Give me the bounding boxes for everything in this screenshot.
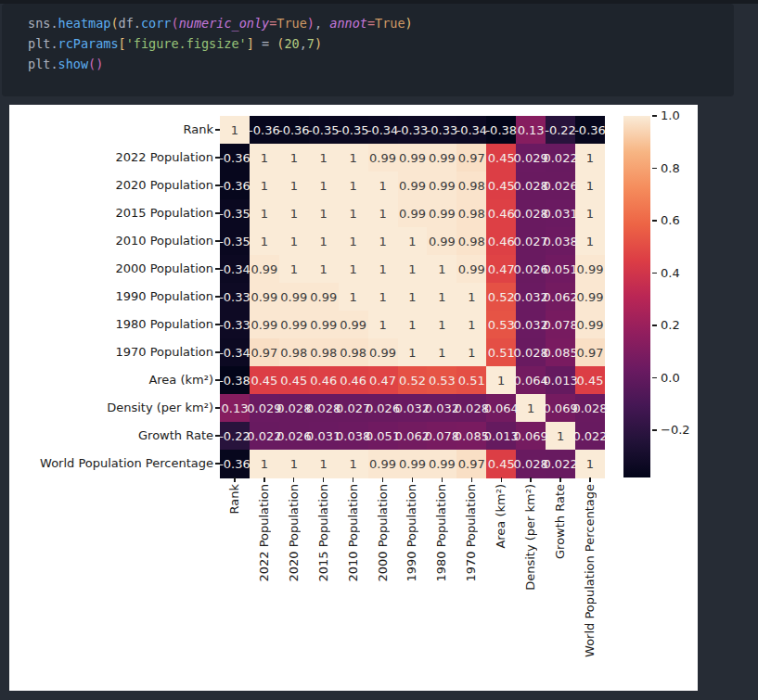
colorbar-tick-label: 0.8 (661, 161, 680, 176)
heatmap-cell-value: 1 (320, 263, 328, 275)
heatmap-cell-value: 0.069 (514, 430, 548, 442)
heatmap-cell-value: -0.38 (219, 375, 251, 387)
heatmap-cell-value: 0.97 (251, 347, 277, 359)
code-token: ] (247, 36, 254, 51)
heatmap-cell-value: 0.99 (399, 208, 426, 220)
code-token: plt (28, 57, 50, 71)
code-token: 20 (284, 36, 299, 51)
y-tick-mark (215, 268, 220, 269)
x-tick-label: 2022 Population (257, 484, 272, 582)
y-tick-label: Growth Rate (9, 427, 213, 444)
heatmap-cell-value: 0.99 (429, 152, 456, 164)
notebook-code-cell[interactable]: sns.heatmap(df.corr(numeric_only=True), … (2, 4, 734, 96)
heatmap-cell-value: 0.47 (488, 263, 515, 275)
heatmap-cell-value: 0.085 (543, 347, 577, 359)
heatmap-cell-value: 0.98 (340, 347, 366, 359)
colorbar-tick-label: 0.4 (661, 266, 680, 281)
heatmap-cell-value: 0.53 (429, 375, 456, 387)
code-line[interactable]: plt.rcParams['figure.figsize'] = (20,7) (28, 33, 413, 54)
code-line[interactable]: plt.show() (28, 54, 413, 74)
heatmap-cell-value: 1 (349, 235, 356, 248)
y-tick-label: 2022 Population (9, 149, 213, 166)
code-token: ) (307, 16, 315, 31)
heatmap-cell-value: 1 (320, 180, 328, 192)
heatmap-cell-value: 1 (586, 235, 594, 248)
heatmap-cell-value: 0.52 (399, 375, 426, 387)
heatmap-cell-value: -0.36 (219, 180, 251, 192)
heatmap-cell-value: 1 (349, 291, 356, 303)
y-tick-mark (215, 212, 220, 213)
code-token: . (50, 16, 58, 31)
heatmap-cell-value: 0.99 (577, 319, 604, 331)
heatmap-cell-value: 1 (408, 319, 416, 331)
code-token: = (254, 36, 276, 51)
code-editor-text[interactable]: sns.heatmap(df.corr(numeric_only=True), … (28, 13, 413, 74)
heatmap-cell-value: 1 (290, 263, 298, 275)
y-tick-label: 1970 Population (9, 344, 213, 361)
y-tick-label: Density (per km²) (9, 400, 213, 416)
heatmap-cell-value: 1 (586, 458, 594, 470)
code-line[interactable]: sns.heatmap(df.corr(numeric_only=True), … (28, 13, 413, 33)
code-token: , (315, 16, 329, 31)
heatmap-cell-value: -0.34 (367, 124, 399, 136)
code-token: sns (28, 16, 50, 31)
heatmap-cell-value: 0.52 (488, 291, 515, 303)
x-tick-label: 1980 Population (434, 484, 449, 582)
code-token: show (58, 57, 89, 71)
heatmap-cell-value: 0.45 (280, 375, 307, 387)
heatmap-cell-value: -0.34 (219, 347, 251, 359)
heatmap-cell-value: 0.99 (429, 458, 456, 470)
y-tick-mark (215, 157, 220, 158)
y-tick-label: 2015 Population (9, 205, 213, 222)
x-tick-mark (442, 477, 443, 482)
heatmap-cell-value: 1 (261, 180, 268, 192)
code-token: df (119, 16, 134, 31)
code-token: . (134, 16, 141, 31)
heatmap-cell-value: 1 (320, 152, 328, 164)
heatmap-cell-value: -0.33 (219, 291, 251, 303)
y-tick-mark (215, 351, 220, 352)
y-tick-mark (215, 407, 220, 408)
code-token: = (367, 16, 375, 31)
heatmap-cell-value: 1 (379, 319, 386, 331)
heatmap-cell-value: 0.051 (543, 263, 577, 275)
heatmap-cell-value: 1 (261, 235, 268, 248)
heatmap-cell-value: -0.33 (397, 124, 429, 136)
heatmap-cell-value: 1 (586, 180, 594, 192)
y-tick-label: 2010 Population (9, 233, 213, 249)
heatmap-cell-value: -0.36 (574, 124, 606, 136)
heatmap-cell-value: 1 (231, 124, 238, 136)
heatmap-cell-value: 1 (379, 208, 386, 220)
heatmap-cell-value: 1 (586, 208, 594, 220)
heatmap-cell-value: 1 (349, 180, 356, 192)
heatmap-cell-value: 0.45 (577, 375, 604, 387)
heatmap-cell-value: 0.99 (369, 458, 396, 470)
heatmap-cell-value: 0.13 (518, 124, 545, 136)
code-token: ) (96, 57, 103, 71)
heatmap-cell-value: 1 (468, 347, 475, 359)
heatmap-cell-value: 1 (320, 208, 328, 220)
heatmap-cell-value: 0.99 (251, 291, 277, 303)
code-token: numeric_only (179, 16, 270, 31)
x-tick-mark (293, 477, 294, 482)
heatmap-cell-value: -0.35 (219, 208, 251, 220)
heatmap-cell-value: -0.33 (219, 319, 251, 331)
heatmap-cell-value: 0.028 (572, 402, 607, 414)
heatmap-cell-value: 0.99 (399, 458, 426, 470)
y-tick-mark (215, 435, 220, 436)
heatmap-cell-value: 1 (320, 235, 328, 248)
code-token: . (50, 36, 58, 51)
heatmap-cell-value: -0.36 (219, 458, 251, 470)
y-tick-mark (215, 185, 220, 185)
x-tick-mark (323, 477, 324, 482)
heatmap-cell-value: 0.98 (458, 208, 485, 220)
heatmap-cell-value: 0.026 (543, 180, 577, 192)
x-tick-mark (589, 477, 590, 482)
y-tick-mark (215, 296, 220, 297)
y-tick-mark (215, 240, 220, 241)
heatmap-cell-value: 1 (438, 319, 445, 331)
x-tick-label: Rank (227, 484, 242, 514)
heatmap-cell-value: 0.45 (488, 458, 515, 470)
heatmap-cell-value: 1 (349, 263, 356, 275)
heatmap-cell-value: 0.99 (429, 208, 456, 220)
